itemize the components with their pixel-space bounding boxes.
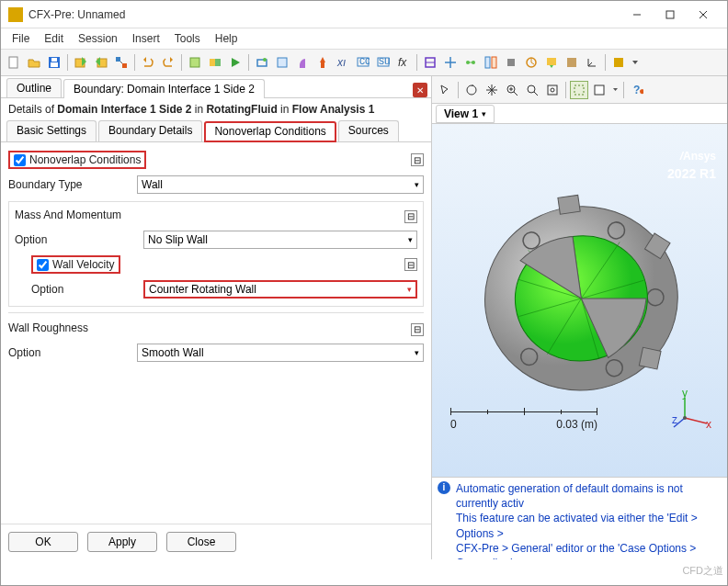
interface-icon[interactable] <box>482 53 500 72</box>
nonoverlap-checkbox[interactable] <box>14 154 26 166</box>
scale-unit: (m) <box>581 418 597 431</box>
fit-icon[interactable] <box>543 81 562 99</box>
inner-tab-basic[interactable]: Basic Settings <box>6 120 97 141</box>
right-panel: ?● View 1 ▾ /Ansys 2022 R1 <box>432 76 727 559</box>
view-tab[interactable]: View 1 ▾ <box>436 105 495 123</box>
viewport-toolbar: ?● <box>432 76 727 104</box>
maximize-button[interactable] <box>654 2 687 28</box>
collapse-mm[interactable]: ⊟ <box>404 210 417 223</box>
fx-icon[interactable]: fx <box>394 53 413 72</box>
mm-option-value: No Slip Wall <box>148 233 208 246</box>
svg-rect-14 <box>210 59 215 66</box>
zoom-in-icon[interactable] <box>503 81 521 99</box>
menu-help[interactable]: Help <box>208 30 245 47</box>
domain-icon[interactable] <box>273 53 291 72</box>
close-window-button[interactable] <box>687 2 720 28</box>
chevron-down-icon: ▾ <box>415 348 419 357</box>
triad-icon: y x z <box>672 390 712 431</box>
run-icon[interactable] <box>226 53 245 72</box>
open-icon[interactable] <box>25 53 43 72</box>
highlight-icon[interactable] <box>570 81 588 99</box>
minimize-button[interactable] <box>620 2 654 28</box>
form-area: Nonoverlap Conditions ⊟ Boundary Type Wa… <box>1 142 431 524</box>
subdomain-icon[interactable]: sub <box>374 53 392 72</box>
message-line: CFX-Pre > General' editor or the 'Case O… <box>456 541 722 559</box>
coord-frame-icon[interactable] <box>583 53 601 72</box>
svg-rect-19 <box>321 62 324 68</box>
undo-icon[interactable] <box>139 53 157 72</box>
expression-icon[interactable]: xı <box>334 53 352 72</box>
wireframe-dropdown-icon[interactable] <box>610 81 620 99</box>
brand-text: Ansys <box>683 150 716 163</box>
redo-icon[interactable] <box>159 53 177 72</box>
output-icon[interactable] <box>542 53 561 72</box>
view-tab-row: View 1 ▾ <box>432 104 727 124</box>
collapse-wr[interactable]: ⊟ <box>411 323 424 336</box>
boundary-icon[interactable] <box>421 53 439 72</box>
solver-icon[interactable] <box>522 53 540 72</box>
svg-line-12 <box>120 62 122 63</box>
analysis-icon[interactable] <box>253 53 271 72</box>
chevron-down-icon: ▾ <box>407 285 412 294</box>
chevron-down-icon: ▾ <box>482 109 486 118</box>
collapse-nonoverlap[interactable]: ⊟ <box>411 153 424 166</box>
boundary-type-select[interactable]: Wall ▾ <box>137 175 424 194</box>
svg-rect-48 <box>595 85 604 95</box>
tab-close-button[interactable]: ✕ <box>413 83 427 97</box>
scale-value: 0.03 <box>556 418 577 431</box>
select-icon[interactable] <box>436 81 454 99</box>
adaption-icon[interactable] <box>563 53 581 72</box>
new-icon[interactable] <box>5 53 23 72</box>
tab-outline[interactable]: Outline <box>6 78 62 97</box>
connections-icon[interactable] <box>112 53 131 72</box>
monitor-icon[interactable]: ccl <box>354 53 372 72</box>
help-icon[interactable]: ?● <box>628 81 646 99</box>
quick-setup-icon[interactable] <box>186 53 204 72</box>
zoom-box-icon[interactable] <box>523 81 541 99</box>
svg-rect-37 <box>614 58 623 67</box>
component-icon[interactable] <box>206 53 224 72</box>
apply-button[interactable]: Apply <box>87 532 157 552</box>
button-row: OK Apply Close <box>1 524 431 559</box>
collapse-wv[interactable]: ⊟ <box>404 258 417 271</box>
scale-zero: 0 <box>450 418 457 431</box>
close-button[interactable]: Close <box>166 532 236 552</box>
inner-tab-sources[interactable]: Sources <box>338 120 399 141</box>
wr-option-value: Smooth Wall <box>142 346 204 359</box>
mesh-in-icon[interactable] <box>72 53 90 72</box>
mm-option-select[interactable]: No Slip Wall ▾ <box>143 231 417 249</box>
wv-option-label: Option <box>31 283 143 296</box>
tab-boundary[interactable]: Boundary: Domain Interface 1 Side 2 <box>63 79 265 98</box>
message-box[interactable]: i Automatic generation of default domain… <box>432 477 727 559</box>
menu-session[interactable]: Session <box>71 30 125 47</box>
details-prefix: Details of <box>8 103 57 116</box>
menu-insert[interactable]: Insert <box>125 30 167 47</box>
menu-file[interactable]: File <box>5 30 37 47</box>
pan-icon[interactable] <box>483 81 501 99</box>
mesh-out-icon[interactable] <box>92 53 110 72</box>
gear-geometry <box>470 179 690 400</box>
svg-rect-35 <box>547 58 556 65</box>
viewport[interactable]: /Ansys 2022 R1 <box>432 124 727 477</box>
inner-tabs: Basic Settings Boundary Details Nonoverl… <box>1 120 431 142</box>
material-icon[interactable] <box>293 53 312 72</box>
wall-velocity-checkbox[interactable] <box>37 259 49 271</box>
reaction-icon[interactable] <box>313 53 332 72</box>
rigid-body-icon[interactable] <box>502 53 520 72</box>
svg-text:x: x <box>706 418 711 431</box>
wv-option-select[interactable]: Counter Rotating Wall ▾ <box>143 280 417 299</box>
source-icon[interactable] <box>441 53 460 72</box>
dropdown-icon[interactable] <box>630 53 641 72</box>
wr-option-select[interactable]: Smooth Wall ▾ <box>137 344 424 362</box>
inner-tab-boundary-details[interactable]: Boundary Details <box>98 120 202 141</box>
save-icon[interactable] <box>45 53 63 72</box>
additional-icon[interactable] <box>461 53 480 72</box>
svg-point-46 <box>551 88 554 92</box>
library-icon[interactable] <box>609 53 628 72</box>
rotate-icon[interactable] <box>462 81 481 99</box>
wireframe-icon[interactable] <box>590 81 609 99</box>
menu-tools[interactable]: Tools <box>167 30 208 47</box>
inner-tab-nonoverlap[interactable]: Nonoverlap Conditions <box>204 121 336 142</box>
menu-edit[interactable]: Edit <box>37 30 71 47</box>
ok-button[interactable]: OK <box>8 532 78 552</box>
